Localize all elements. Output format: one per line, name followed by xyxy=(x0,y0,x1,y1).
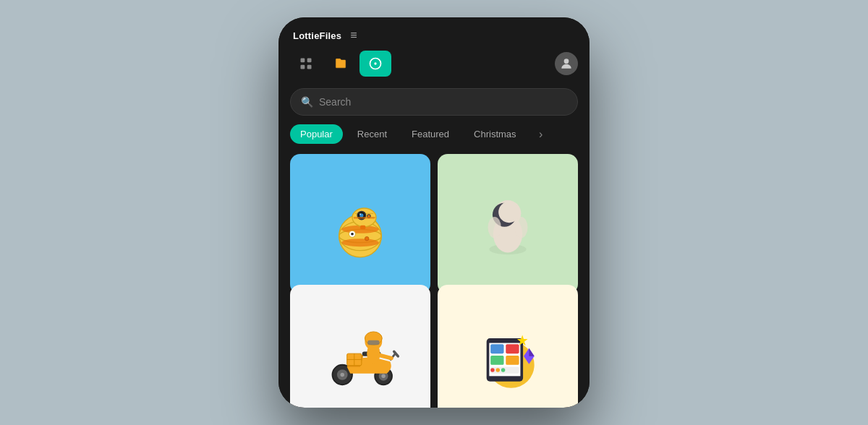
animation-card-figure[interactable] xyxy=(438,154,578,294)
nav-tabs-left xyxy=(290,51,391,77)
title-bar: LottieFiles ≡ xyxy=(278,17,590,48)
search-bar[interactable]: 🔍 Search xyxy=(290,88,578,116)
tab-recent[interactable] xyxy=(290,51,322,77)
app-brand: LottieFiles xyxy=(293,30,341,41)
svg-rect-48 xyxy=(367,340,379,344)
cat-tab-featured[interactable]: Featured xyxy=(401,124,459,144)
animation-card-scooter[interactable] xyxy=(290,285,430,408)
svg-rect-1 xyxy=(307,59,312,63)
more-categories-icon[interactable]: › xyxy=(532,126,550,143)
tab-explore[interactable] xyxy=(359,51,391,77)
animation-card-design[interactable] xyxy=(438,285,578,408)
svg-rect-3 xyxy=(307,65,312,69)
category-tabs: Popular Recent Featured Christmas › xyxy=(278,124,590,154)
svg-point-60 xyxy=(501,368,506,372)
svg-point-59 xyxy=(496,368,501,372)
svg-point-5 xyxy=(374,62,376,64)
search-container: 🔍 Search xyxy=(278,82,590,124)
svg-rect-54 xyxy=(506,344,519,353)
cat-tab-recent[interactable]: Recent xyxy=(347,124,397,144)
svg-rect-53 xyxy=(490,344,503,353)
search-placeholder: Search xyxy=(319,96,351,108)
user-avatar[interactable] xyxy=(555,52,578,75)
svg-point-32 xyxy=(514,217,527,238)
svg-point-30 xyxy=(498,202,519,223)
animations-grid xyxy=(278,154,590,408)
svg-rect-56 xyxy=(506,355,519,364)
svg-rect-55 xyxy=(490,355,503,364)
svg-line-49 xyxy=(378,355,391,359)
svg-point-13 xyxy=(351,233,354,236)
svg-rect-24 xyxy=(354,217,375,219)
app-screen: LottieFiles ≡ xyxy=(278,17,590,408)
svg-point-58 xyxy=(490,368,495,372)
menu-icon[interactable]: ≡ xyxy=(350,29,357,42)
svg-point-14 xyxy=(365,236,369,241)
svg-rect-2 xyxy=(301,65,305,69)
svg-marker-62 xyxy=(529,348,534,356)
svg-point-31 xyxy=(488,217,501,238)
search-icon: 🔍 xyxy=(301,96,313,108)
cat-tab-christmas[interactable]: Christmas xyxy=(464,124,527,144)
svg-point-21 xyxy=(359,213,361,215)
svg-point-35 xyxy=(341,372,345,377)
tab-files[interactable] xyxy=(325,51,357,77)
phone-device: LottieFiles ≡ xyxy=(278,17,590,408)
svg-point-38 xyxy=(381,374,386,378)
cat-tab-popular[interactable]: Popular xyxy=(290,124,343,144)
svg-point-6 xyxy=(564,59,569,64)
animation-card-bb8[interactable] xyxy=(290,154,430,294)
svg-rect-25 xyxy=(360,226,365,230)
svg-rect-0 xyxy=(301,59,305,63)
nav-tab-bar xyxy=(278,48,590,82)
svg-point-11 xyxy=(341,239,378,246)
